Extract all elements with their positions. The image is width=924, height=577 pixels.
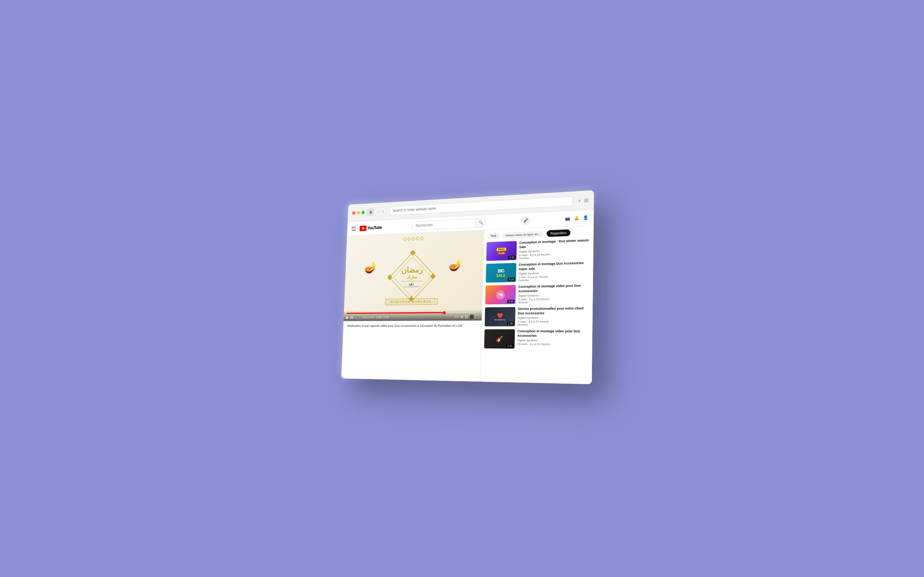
thumbnail-1: PAUL PLUM 0:33 <box>486 241 517 261</box>
progress-dot <box>443 311 446 314</box>
thumbnail-3: 🛍 0:30 <box>485 285 516 305</box>
sidebar-recommendations: Tout Vidéos mises en ligne réc... Regard… <box>480 226 593 384</box>
center-calligraphy: رمضان مبارك ﺩﯗﻭ ACCESSORIES <box>401 266 423 288</box>
video-controls: ▶ ⏭ 🔊 0:05 / 0:43 CC ⚙ ⊡ ⬛ <box>344 309 482 321</box>
video-info-3: Conception et montage video pour Duo Acc… <box>518 284 590 304</box>
video-info-5: Conception et montage video pour Duo Acc… <box>517 329 590 349</box>
time-display: 0:05 / 0:43 <box>376 316 389 319</box>
close-button[interactable] <box>352 211 355 214</box>
list-item[interactable]: 🛍 0:30 Conception et montage video pour … <box>485 284 590 305</box>
controls-row: ▶ ⏭ 🔊 0:05 / 0:43 CC ⚙ ⊡ ⬛ <box>346 315 479 319</box>
duration-3: 0:30 <box>507 300 515 303</box>
youtube-logo-text: YouTube <box>367 225 382 230</box>
video-title-2: Conception et montage Duo Accessories su… <box>519 261 590 271</box>
list-item[interactable]: PAUL PLUM 0:33 Conception et montage : D… <box>486 239 591 261</box>
back-arrow-icon[interactable]: ‹ <box>376 208 380 214</box>
video-player[interactable]: 🪔 🪔 <box>344 230 484 321</box>
fullscreen-icon[interactable]: ⛶ <box>475 315 479 319</box>
filter-tab-watched[interactable]: Regardées <box>546 229 570 237</box>
search-input-wrap: 🔍 <box>412 218 486 230</box>
skip-button[interactable]: ⏭ <box>351 316 354 319</box>
video-side: 🪔 🪔 <box>341 230 485 382</box>
tab-overview-icon[interactable]: ⊞ <box>584 197 589 203</box>
video-channel-4: Digital Syndrom <box>518 316 590 319</box>
volume-slider[interactable] <box>362 317 374 318</box>
forward-arrow-icon[interactable]: › <box>381 208 385 215</box>
list-item[interactable]: ❤️ Strawberry 1:35 Stories promotionnell… <box>485 306 590 326</box>
maximize-button[interactable] <box>361 211 365 214</box>
video-background: 🪔 🪔 <box>344 230 484 321</box>
sidebar-toggle-icon[interactable]: ▣ <box>367 208 374 216</box>
video-title-5: Conception et montage video pour Duo Acc… <box>517 329 589 338</box>
right-controls: CC ⚙ ⊡ ⬛ ⛶ <box>454 315 479 319</box>
add-tab-icon[interactable]: + <box>578 198 581 204</box>
video-info-2: Conception et montage Duo Accessories su… <box>518 261 590 282</box>
video-badge-4: Nouveau <box>518 323 590 326</box>
video-meta-5: 15 vues · Il y a 23 heures <box>517 343 589 347</box>
main-content: 🪔 🪔 <box>341 226 594 384</box>
youtube-icon <box>360 226 367 231</box>
diamond-chain-top <box>404 237 423 240</box>
theater-icon[interactable]: ⬛ <box>470 315 474 319</box>
duration-5: 0:11 <box>506 344 514 347</box>
duration-4: 1:35 <box>507 322 514 325</box>
progress-bar[interactable] <box>347 312 479 314</box>
youtube-logo[interactable]: YouTube <box>360 225 382 231</box>
traffic-lights <box>352 211 365 214</box>
thumbnail-5: 🎸 0:11 <box>484 329 515 349</box>
list-item[interactable]: BIG SALE 0:24 Conception et montage Duo … <box>486 261 590 283</box>
address-bar-text: Search or enter website name <box>393 206 436 213</box>
ramadan-mubarak-banner: RAMADAN MUBARAK <box>385 298 438 305</box>
thumbnail-2: BIG SALE 0:24 <box>486 263 517 283</box>
header-right-actions: 📷 🔔 👤 <box>565 215 588 221</box>
browser-actions: + ⊞ <box>578 197 589 203</box>
filter-tab-tout[interactable]: Tout <box>487 232 500 239</box>
svg-rect-5 <box>430 273 436 279</box>
video-channel-5: Digital Syndrom <box>517 338 589 342</box>
lantern-right-icon: 🪔 <box>449 258 463 272</box>
video-info-1: Conception et montage : Duo winter seaso… <box>519 239 591 260</box>
search-button[interactable]: 🔍 <box>475 218 486 227</box>
browser-window: ▣ ‹ › Search or enter website name + ⊞ Y… <box>341 190 594 384</box>
filter-tabs: Tout Vidéos mises en ligne réc... Regard… <box>487 229 591 239</box>
camera-icon[interactable]: 📷 <box>565 216 570 221</box>
duration-2: 0:24 <box>508 278 515 281</box>
miniplayer-icon[interactable]: ⊡ <box>465 315 468 319</box>
user-avatar[interactable]: 👤 <box>583 215 588 220</box>
volume-icon[interactable]: 🔊 <box>355 316 360 319</box>
lantern-left-icon: 🪔 <box>364 260 377 274</box>
video-title-3: Conception et montage video pour Duo Acc… <box>518 284 590 293</box>
video-description: Réalisation d'une capsule vidéo pour Duo… <box>343 321 482 331</box>
minimize-button[interactable] <box>357 211 360 214</box>
search-area: 🔍 <box>412 218 486 230</box>
hamburger-menu-icon[interactable] <box>352 227 356 230</box>
diamond-frame: رمضان مبارك ﺩﯗﻭ ACCESSORIES <box>386 250 438 303</box>
settings-icon[interactable]: ⚙ <box>460 315 464 319</box>
video-title-4: Stories promotionnelles pour notre clien… <box>518 306 590 316</box>
video-description-text: Réalisation d'une capsule vidéo pour Duo… <box>347 324 462 327</box>
filter-tab-recent[interactable]: Vidéos mises en ligne réc... <box>502 230 544 239</box>
ramadan-art: 🪔 🪔 <box>344 230 484 321</box>
thumbnail-4: ❤️ Strawberry 1:35 <box>485 307 515 326</box>
mic-button[interactable]: 🎤 <box>521 216 531 226</box>
nav-arrows: ‹ › <box>376 208 386 215</box>
cc-button[interactable]: CC <box>454 315 459 318</box>
list-item[interactable]: 🎸 0:11 Conception et montage video pour … <box>484 329 589 349</box>
bell-icon[interactable]: 🔔 <box>574 216 579 221</box>
video-info-4: Stories promotionnelles pour notre clien… <box>518 306 590 326</box>
video-meta-4: 3 vues · Il y a 23 heures <box>518 320 590 324</box>
duration-1: 0:33 <box>508 256 515 259</box>
progress-fill <box>347 312 444 314</box>
search-input[interactable] <box>412 221 476 228</box>
play-button[interactable]: ▶ <box>346 316 349 319</box>
